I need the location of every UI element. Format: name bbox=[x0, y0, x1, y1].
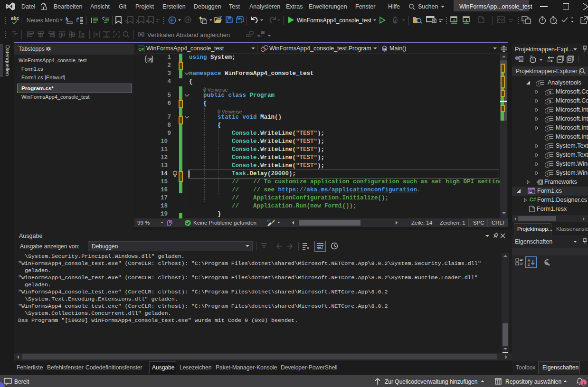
svg-text:C#: C# bbox=[138, 47, 144, 52]
svg-text:A: A bbox=[528, 258, 530, 263]
svg-text:Z: Z bbox=[528, 263, 530, 266]
